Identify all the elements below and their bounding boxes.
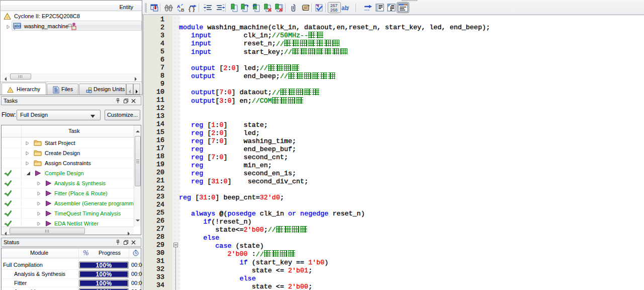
svg-text:A: A xyxy=(177,4,180,9)
svg-text:268: 268 xyxy=(330,8,337,13)
svg-text:/: / xyxy=(347,5,349,12)
svg-text:abd: abd xyxy=(14,24,21,28)
svg-text:B: B xyxy=(181,8,185,12)
